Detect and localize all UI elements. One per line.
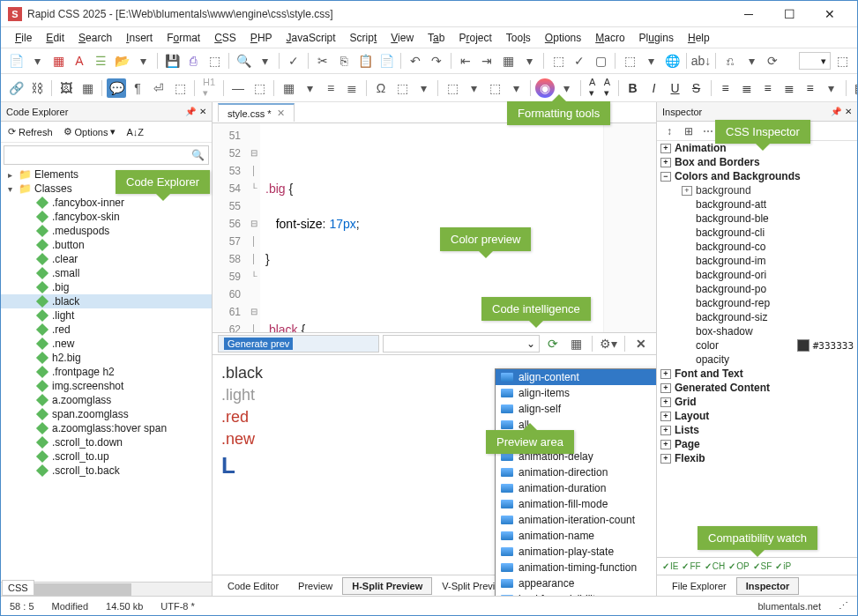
menu-js[interactable]: JavaScript [280, 29, 343, 47]
insp-prop[interactable]: background-rep [657, 296, 857, 310]
tag2-dropdown[interactable]: ▾ [506, 78, 526, 98]
autocomplete-item[interactable]: animation-duration [496, 480, 656, 496]
div-icon[interactable]: ▦ [279, 78, 298, 98]
library-dropdown[interactable]: ▾ [742, 51, 761, 71]
cut-icon[interactable]: ✂ [313, 51, 332, 71]
dropdown-icon[interactable]: ▾ [519, 51, 539, 71]
h-icon[interactable]: — [228, 78, 248, 98]
autocomplete-item[interactable]: appearance [496, 575, 656, 591]
insp-group[interactable]: +Font and Text [657, 367, 857, 381]
clipboard-icon[interactable]: 📄 [377, 51, 396, 71]
indent-icon[interactable]: ⇤ [456, 51, 475, 71]
tree-item[interactable]: .scroll_to.up [1, 449, 212, 464]
browser-icon[interactable]: 🌐 [662, 51, 682, 71]
menu-script[interactable]: Script [343, 29, 384, 47]
selector-icon[interactable]: ab↓ [691, 51, 711, 71]
comment-icon[interactable]: ▦ [498, 51, 518, 71]
menu-css[interactable]: CSS [207, 29, 243, 47]
php-icon[interactable]: ☰ [91, 51, 110, 71]
link2-icon[interactable]: ⛓ [27, 78, 47, 98]
autocomplete-item[interactable]: align-content [496, 369, 656, 385]
tree-item[interactable]: .clear [1, 252, 212, 266]
strike-icon[interactable]: S [687, 78, 706, 98]
insp-group[interactable]: +Page [657, 437, 857, 451]
insp-prop[interactable]: opacity [657, 353, 857, 367]
font-size[interactable]: A ▾ [601, 77, 614, 99]
mode-tab[interactable]: Code Editor [218, 577, 288, 595]
explorer-search[interactable]: 🔍 [4, 145, 209, 165]
para-icon[interactable]: ¶ [128, 78, 147, 98]
insp-prop[interactable]: background-po [657, 282, 857, 296]
new-dropdown[interactable]: ▾ [27, 51, 47, 71]
ftp-icon[interactable]: ⟳ [763, 51, 782, 71]
tree-item[interactable]: h2.big [1, 351, 212, 365]
format-icon[interactable]: ⬚ [548, 51, 568, 71]
library-icon[interactable]: ⎌ [720, 51, 740, 71]
tree-item[interactable]: .red [1, 323, 212, 337]
search-input[interactable] [8, 150, 191, 160]
text-dropdown[interactable]: ▾ [822, 78, 841, 98]
minimize-button[interactable]: ─ [728, 2, 769, 26]
autocomplete-item[interactable]: align-self [496, 401, 656, 417]
tree-item[interactable]: .fancybox-skin [1, 210, 212, 224]
font-family[interactable]: A ▾ [586, 77, 599, 99]
insp-group[interactable]: +Box and Borders [657, 155, 857, 169]
close-button[interactable]: ✕ [810, 2, 850, 26]
redo-icon[interactable]: ↷ [427, 51, 446, 71]
insp-prop[interactable]: background-att [657, 197, 857, 212]
tree-item[interactable]: a.zoomglass [1, 393, 212, 407]
minimap[interactable] [603, 123, 656, 332]
align-center-icon[interactable]: ≣ [737, 78, 757, 98]
panel-close-icon[interactable]: ✕ [199, 107, 206, 116]
menu-tab[interactable]: Tab [421, 29, 451, 47]
insp-group[interactable]: +Grid [657, 395, 857, 409]
insp-prop[interactable]: background-ble [657, 212, 857, 226]
menu-format[interactable]: Format [160, 29, 207, 47]
validate-icon[interactable]: ✓ [570, 51, 589, 71]
upload-icon[interactable]: ⬚ [620, 51, 639, 71]
heading-select[interactable]: H1 ▾ [199, 77, 219, 99]
insp-move-icon[interactable]: ↕ [660, 123, 678, 139]
save-icon[interactable]: 💾 [162, 51, 182, 71]
tree-item[interactable]: a.zoomglass:hover span [1, 421, 212, 435]
list2-icon[interactable]: ≣ [342, 78, 362, 98]
new-icon[interactable]: 📄 [6, 51, 26, 71]
open-dropdown[interactable]: ▾ [133, 51, 153, 71]
align-justify-icon[interactable]: ≣ [780, 78, 799, 98]
preview-refresh-icon[interactable]: ⟳ [543, 334, 563, 353]
insp-prop[interactable]: background-im [657, 254, 857, 268]
sort-button[interactable]: A↓Z [123, 125, 147, 139]
link-icon[interactable]: 🔗 [6, 78, 26, 98]
br-icon[interactable]: ⏎ [149, 78, 168, 98]
tag-dropdown[interactable]: ▾ [464, 78, 483, 98]
tree-item[interactable]: .scroll_to.back [1, 464, 212, 478]
insp-prop[interactable]: color#333333 [657, 338, 857, 353]
list-icon[interactable]: ≡ [321, 78, 340, 98]
autocomplete-item[interactable]: backface-visibility [496, 591, 656, 596]
table-icon[interactable]: ▦ [78, 78, 97, 98]
insp-prop[interactable]: background-co [657, 240, 857, 254]
mode-tab[interactable]: H-Split Preview [342, 577, 432, 595]
right-tab[interactable]: Inspector [736, 577, 800, 595]
div-dropdown[interactable]: ▾ [300, 78, 319, 98]
text-format-icon[interactable]: ≡ [801, 78, 820, 98]
css-icon[interactable]: ▦ [48, 51, 68, 71]
bold-icon[interactable]: B [623, 78, 643, 98]
span-icon[interactable]: ⬚ [170, 78, 190, 98]
file-tab[interactable]: style.css *✕ [218, 103, 295, 122]
date-dropdown[interactable]: ▾ [414, 78, 433, 98]
tree-item[interactable]: .fancybox-inner [1, 196, 212, 210]
tree-item[interactable]: .new [1, 337, 212, 351]
tree-item[interactable]: .big [1, 280, 212, 294]
tree-item[interactable]: .meduspods [1, 224, 212, 238]
insp-target-icon[interactable]: ⊞ [680, 123, 698, 139]
menu-tools[interactable]: Tools [499, 29, 538, 47]
tag2-icon[interactable]: ⬚ [485, 78, 504, 98]
insp-prop[interactable]: background-ori [657, 268, 857, 282]
options-button[interactable]: ⚙ Options ▾ [60, 124, 120, 139]
doctype-label[interactable]: CSS [2, 580, 34, 596]
date-icon[interactable]: ⬚ [392, 78, 412, 98]
search-icon[interactable]: 🔍 [191, 149, 205, 161]
pin-icon[interactable]: 📌 [185, 107, 196, 116]
preview-settings-icon[interactable]: ⚙▾ [599, 334, 618, 353]
